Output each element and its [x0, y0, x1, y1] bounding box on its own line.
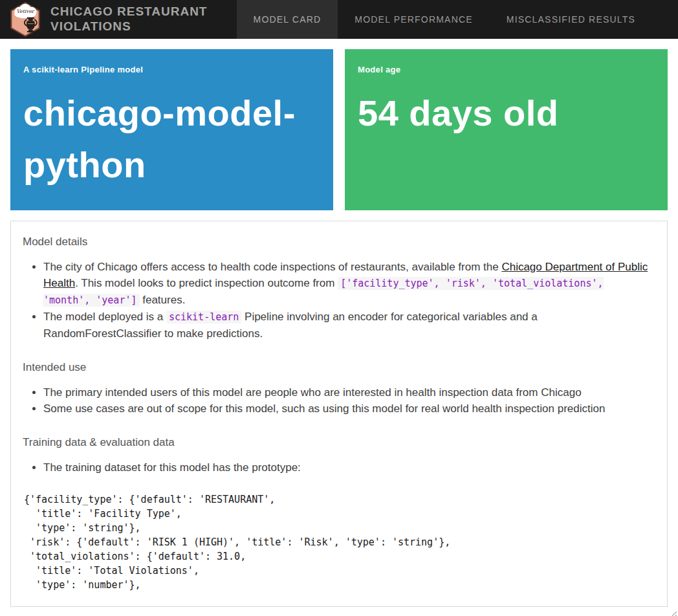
resize-grip-icon[interactable] [670, 608, 677, 615]
tab-model-performance[interactable]: MODEL PERFORMANCE [338, 0, 489, 39]
bullet-model-description: The city of Chicago offers access to hea… [43, 259, 655, 309]
scikit-learn-code-span: scikit-learn [166, 311, 241, 324]
bullet-text: . This model looks to predict inspection… [75, 277, 338, 289]
value-box-label: A scikit-learn Pipeline model [23, 65, 320, 74]
bullet-text: The city of Chicago offers access to hea… [43, 261, 501, 273]
bullet-intended-users: The primary intended users of this model… [43, 384, 655, 401]
bullet-text: The primary intended users of this model… [43, 386, 582, 399]
top-navbar: Vetiver CHICAGO RESTAURANT VIOLATIONS MO… [0, 0, 678, 39]
value-box-label: Model age [358, 65, 655, 74]
main-nav: MODEL CARD MODEL PERFORMANCE MISCLASSIFI… [237, 0, 652, 39]
prototype-code-block: {'facility_type': {'default': 'RESTAURAN… [24, 492, 655, 592]
bullet-text: The training dataset for this model has … [43, 461, 301, 474]
brand: Vetiver CHICAGO RESTAURANT VIOLATIONS [0, 0, 225, 39]
bullet-training-prototype: The training dataset for this model has … [43, 459, 655, 476]
tab-model-card[interactable]: MODEL CARD [237, 0, 338, 39]
model-details-list: The city of Chicago offers access to hea… [23, 259, 655, 342]
bullet-text: The model deployed is a [43, 311, 166, 323]
section-heading-model-details: Model details [23, 236, 655, 248]
app-title: CHICAGO RESTAURANT VIOLATIONS [50, 5, 225, 34]
model-age-value: 54 days old [358, 87, 655, 139]
training-data-list: The training dataset for this model has … [23, 459, 655, 476]
value-box-row: A scikit-learn Pipeline model chicago-mo… [10, 49, 668, 210]
section-heading-training-data: Training data & evaluation data [23, 436, 655, 449]
dashboard-main: A scikit-learn Pipeline model chicago-mo… [0, 49, 678, 607]
tab-misclassified-results[interactable]: MISCLASSIFIED RESULTS [490, 0, 652, 39]
value-box-model-age: Model age 54 days old [345, 49, 668, 210]
bullet-text: features. [140, 294, 186, 306]
vetiver-hex-sticker: Vetiver [9, 1, 41, 38]
value-box-model-name: A scikit-learn Pipeline model chicago-mo… [10, 49, 333, 210]
bullet-model-pipeline: The model deployed is a scikit-learn Pip… [43, 309, 655, 342]
model-name-value: chicago-model-python [23, 87, 320, 190]
logo-script-text: Vetiver [17, 8, 35, 14]
intended-use-list: The primary intended users of this model… [23, 384, 655, 417]
section-heading-intended-use: Intended use [23, 361, 655, 374]
model-card-panel: Model details The city of Chicago offers… [10, 221, 668, 607]
bullet-out-of-scope: Some use cases are out of scope for this… [43, 401, 655, 417]
vetiver-logo-icon: Vetiver [9, 1, 43, 38]
bullet-text: Some use cases are out of scope for this… [43, 402, 605, 415]
